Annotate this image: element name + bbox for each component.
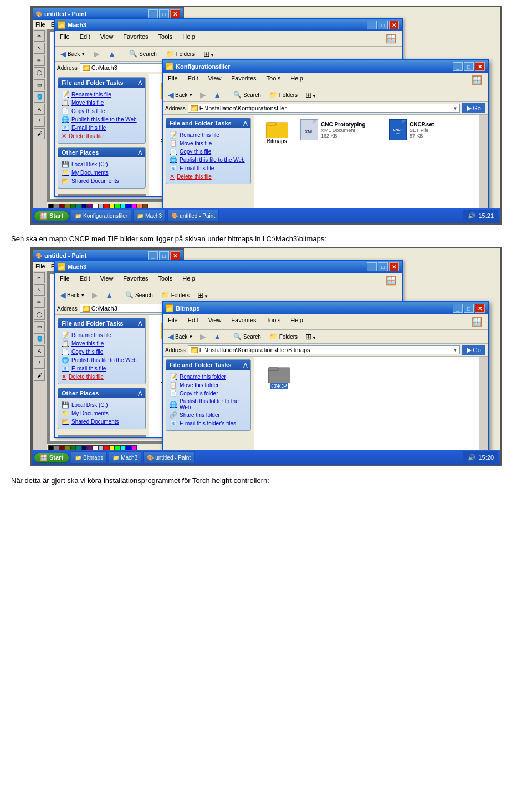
bitmaps-email-2[interactable]: 📧E-mail this folder's files	[170, 419, 247, 428]
mach3-close-1[interactable]: ✕	[389, 21, 399, 29]
search-button-2[interactable]: 🔍Search	[122, 290, 156, 300]
mach3-menu-file-2[interactable]: File	[58, 274, 72, 287]
mach3-menu-file-1[interactable]: File	[58, 32, 72, 45]
konfig-menu-tools-1[interactable]: Tools	[264, 74, 283, 87]
konfig-forward-1[interactable]: ▶	[197, 89, 209, 100]
paint-tool-5[interactable]: ▭	[34, 79, 45, 90]
bitmaps-window-2[interactable]: 📁 Bitmaps _ □ ✕ File Edit View Favorites…	[162, 301, 489, 466]
publish-file-task-1[interactable]: 🌐Publish this file to the Web	[62, 115, 142, 124]
paint-tool-7[interactable]: A	[34, 104, 45, 115]
paint2-tool-9[interactable]: 🖌	[34, 370, 45, 381]
paint-maximize-2[interactable]: □	[159, 251, 169, 260]
mach3-menu-edit-2[interactable]: Edit	[78, 274, 93, 287]
paint-tool-4[interactable]: ◯	[34, 67, 45, 78]
local-disk-place-2[interactable]: 💾Local Disk (C:)	[62, 401, 142, 409]
shared-docs-place-2[interactable]: 📂Shared Documents	[62, 418, 142, 426]
bitmaps-menu-favorites-2[interactable]: Favorites	[229, 316, 258, 328]
konfig-up-1[interactable]: ▲	[211, 89, 224, 100]
konfig-close-1[interactable]: ✕	[475, 62, 485, 71]
paint-tool-6[interactable]: 🪣	[34, 91, 45, 103]
konfig-publish-1[interactable]: 🌐Publish this file to the Web	[170, 156, 247, 164]
bitmaps-forward-2[interactable]: ▶	[197, 331, 209, 342]
taskbar-paint-1[interactable]: 🎨untitled - Paint	[167, 210, 219, 222]
paint2-tool-3[interactable]: ✏	[34, 297, 45, 308]
konfig-email-1[interactable]: 📧E-mail this file	[170, 164, 247, 172]
mach3-winxp-logo-2[interactable]: 🪟	[383, 274, 399, 287]
forward-button-2[interactable]: ▶	[89, 289, 101, 301]
rename-file-task-1[interactable]: 📝Rename this file	[62, 90, 142, 99]
konfig-winxp-logo-1[interactable]: 🪟	[469, 74, 485, 87]
forward-button-1[interactable]: ▶	[90, 48, 103, 60]
mach3-menu-favorites-1[interactable]: Favorites	[121, 32, 150, 45]
konfig-menu-file-1[interactable]: File	[166, 74, 180, 87]
konfig-menu-favorites-1[interactable]: Favorites	[229, 74, 258, 87]
bitmaps-winxp-logo-2[interactable]: 🪟	[469, 316, 485, 328]
mach3-menu-help-1[interactable]: Help	[180, 32, 197, 45]
bitmaps-menu-file-2[interactable]: File	[166, 316, 180, 328]
email-file-task-2[interactable]: 📧E-mail this file	[62, 364, 142, 373]
local-disk-place-1[interactable]: 💾Local Disk (C:)	[62, 160, 142, 169]
bitmaps-scrollbar-2[interactable]	[479, 357, 488, 465]
other-places-header-2[interactable]: Other Places ⋀	[58, 388, 145, 398]
rename-file-task-2[interactable]: 📝Rename this file	[62, 331, 142, 339]
bitmaps-go-2[interactable]: ▶ Go	[462, 345, 485, 355]
konfig-folders-1[interactable]: 📁Folders	[266, 90, 301, 100]
paint-tool-1[interactable]: ✂	[34, 30, 45, 42]
view-button-1[interactable]: ⊞▼	[200, 48, 218, 60]
shared-docs-place-1[interactable]: 📂Shared Documents	[62, 177, 142, 185]
bitmaps-minimize-2[interactable]: _	[453, 304, 463, 313]
bitmaps-close-2[interactable]: ✕	[475, 304, 485, 313]
bitmaps-menu-view-2[interactable]: View	[206, 316, 224, 328]
mach3-maximize-2[interactable]: □	[378, 262, 388, 271]
bitmaps-search-2[interactable]: 🔍Search	[230, 332, 264, 342]
paint-menu-file-1[interactable]: File	[35, 21, 45, 28]
up-button-1[interactable]: ▲	[105, 48, 119, 60]
file-tasks-header-2[interactable]: File and Folder Tasks ⋀	[58, 318, 145, 328]
konfig-search-1[interactable]: 🔍Search	[230, 90, 264, 100]
copy-file-task-1[interactable]: 📄Copy this File	[62, 107, 142, 115]
paint-minimize-1[interactable]: _	[148, 9, 158, 18]
mach3-minimize-1[interactable]: _	[367, 21, 377, 29]
paint-tool-9[interactable]: 🖌	[34, 128, 45, 139]
konfig-copy-1[interactable]: 📄Copy this file	[170, 148, 247, 156]
konfig-back-1[interactable]: ◀Back▼	[165, 89, 196, 100]
konfig-view-1[interactable]: ⊞▼	[303, 89, 319, 100]
bitmaps-share-2[interactable]: 🔗Share this folder	[170, 411, 247, 419]
folders-button-1[interactable]: 📁 Folders	[162, 48, 198, 59]
paint-close-1[interactable]: ✕	[170, 9, 180, 18]
konfig-menu-edit-1[interactable]: Edit	[186, 74, 201, 87]
my-documents-place-1[interactable]: 📁My Documents	[62, 169, 142, 177]
mach3-menu-view-1[interactable]: View	[98, 32, 116, 45]
taskbar-konfig-1[interactable]: 📁Konfigurationsfiler	[71, 210, 131, 222]
up-button-2[interactable]: ▲	[103, 289, 116, 301]
paint2-tool-4[interactable]: ◯	[34, 309, 45, 320]
back-button-2[interactable]: ◀Back▼	[57, 289, 88, 301]
konfig-delete-1[interactable]: ✕Delete this file	[170, 172, 247, 181]
move-file-task-2[interactable]: 📋Move this file	[62, 339, 142, 348]
bitmaps-tasks-header-2[interactable]: File and Folder Tasks ⋀	[166, 360, 250, 370]
folders-button-2[interactable]: 📁Folders	[158, 290, 193, 300]
copy-file-task-2[interactable]: 📄Copy this file	[62, 348, 142, 356]
bitmaps-maximize-2[interactable]: □	[464, 304, 474, 313]
konfig-minimize-1[interactable]: _	[453, 62, 463, 71]
paint-maximize-1[interactable]: □	[159, 9, 169, 18]
bitmaps-move-2[interactable]: 📋Move this folder	[170, 381, 247, 389]
paint2-tool-8[interactable]: /	[34, 358, 45, 369]
bitmaps-rename-2[interactable]: 📝Rename this folder	[170, 373, 247, 381]
paint-minimize-2[interactable]: _	[148, 251, 158, 260]
bitmaps-folders-2[interactable]: 📁Folders	[266, 332, 301, 342]
email-file-task-1[interactable]: 📧E-mail this file	[62, 124, 142, 132]
bitmaps-back-2[interactable]: ◀Back▼	[165, 331, 196, 342]
taskbar-mach3-2[interactable]: 📁Mach3	[109, 451, 141, 464]
paint2-tool-6[interactable]: 🪣	[34, 333, 45, 344]
paint-tool-2[interactable]: ↖	[34, 43, 45, 54]
start-button-1[interactable]: 🪟Start	[34, 211, 69, 221]
konfig-menu-view-1[interactable]: View	[206, 74, 224, 87]
move-file-task-1[interactable]: 📋Move this file	[62, 99, 142, 107]
delete-file-task-1[interactable]: ✕Delete this file	[62, 132, 142, 140]
konfig-setfile-1[interactable]: CNCP set CNCP.set SET File 57 KB	[389, 119, 456, 144]
konfig-xmldoc-1[interactable]: XML CNC Prototyping XML Document 162 KB	[300, 119, 383, 144]
paint2-tool-1[interactable]: ✂	[34, 272, 45, 283]
back-button-1[interactable]: ◀ Back ▼	[57, 48, 89, 60]
mach3-close-2[interactable]: ✕	[389, 262, 399, 271]
